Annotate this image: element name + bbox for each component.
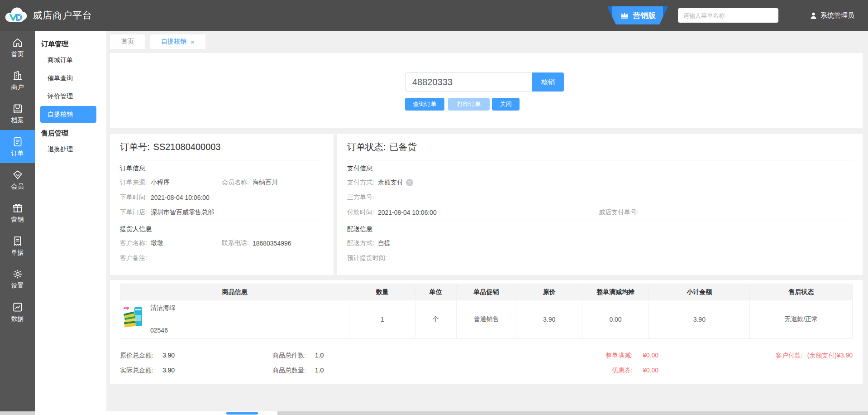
verify-button[interactable]: 核销 <box>532 72 564 92</box>
order-summary: 原价总金额: 3.90 商品总件数: 1.0 整单满减: ¥0.00 客户付款:… <box>120 348 853 378</box>
help-icon[interactable]: ? <box>406 179 413 186</box>
cell-share: 0.00 <box>582 300 649 339</box>
cell-price: 3.90 <box>516 300 582 339</box>
table-row: kep <box>120 300 853 339</box>
submenu-item-pickup-verify[interactable]: 自提核销 <box>40 106 96 123</box>
app-logo-cloud-icon: D <box>4 4 29 28</box>
close-button[interactable]: 关闭 <box>492 98 520 111</box>
gear-icon <box>12 268 24 280</box>
submenu-item-return-exchange[interactable]: 退换处理 <box>35 140 106 158</box>
svg-text:kep: kep <box>124 306 129 310</box>
pickup-section-title: 提货人信息 <box>120 222 324 236</box>
bag-icon <box>12 103 24 115</box>
user-name: 系统管理员 <box>820 11 854 20</box>
order-status-title: 订单状态: 已备货 <box>347 134 853 160</box>
submenu-item-review-mgmt[interactable]: 评价管理 <box>35 87 106 105</box>
sidebar-item-settings[interactable]: 设置 <box>0 262 35 295</box>
verify-code-input[interactable] <box>405 72 532 92</box>
submenu-item-mall-orders[interactable]: 商城订单 <box>35 51 106 69</box>
sidebar-scroll-corner <box>0 411 35 415</box>
diamond-icon <box>12 169 24 181</box>
tab-close-icon[interactable]: × <box>191 38 195 46</box>
chart-icon <box>12 301 24 313</box>
hscrollbar-thumb[interactable] <box>226 412 258 415</box>
icon-sidebar: 首页 商户 档案 订单 会员 营销 <box>0 31 35 415</box>
crown-icon <box>620 10 630 20</box>
submenu-group-order: 订单管理 <box>35 37 106 51</box>
app-title: 威店商户平台 <box>33 0 92 31</box>
delivery-section-title: 配送信息 <box>347 222 853 236</box>
cell-after-sale: 无退款/正常 <box>750 300 853 339</box>
sidebar-item-marketing[interactable]: 营销 <box>0 196 35 229</box>
order-status-panel: 订单状态: 已备货 支付信息 支付方式: 余额支付 ? 三方单号: 付款时间 <box>337 134 863 275</box>
hscrollbar-track-right <box>277 411 868 415</box>
submenu-item-urge-query[interactable]: 催单查询 <box>35 69 106 87</box>
payment-section-title: 支付信息 <box>347 161 853 175</box>
edition-badge-label: 营销版 <box>633 10 656 21</box>
print-order-button[interactable]: 打印订单 <box>448 98 490 111</box>
cell-subtotal: 3.90 <box>649 300 750 339</box>
query-order-button[interactable]: 查询订单 <box>405 98 444 111</box>
cell-promo: 普通销售 <box>456 300 516 339</box>
gift-icon <box>12 202 24 214</box>
tab-bar: 首页 自提核销 × <box>110 34 868 49</box>
edition-badge[interactable]: 营销版 <box>607 6 668 24</box>
cell-unit: 个 <box>415 300 457 339</box>
submenu-panel: 订单管理 商城订单 催单查询 评价管理 自提核销 售后管理 退换处理 <box>35 31 106 415</box>
home-icon <box>12 37 24 48</box>
product-image: kep <box>122 305 146 328</box>
product-code: 02546 <box>150 327 176 334</box>
building-icon <box>12 70 24 82</box>
order-info-panel: 订单号: SS21080400003 订单信息 订单来源: 小程序 会员名称: … <box>110 134 334 275</box>
menu-search-input[interactable] <box>678 8 778 23</box>
topbar: D 威店商户平台 营销版 系统管理员 <box>0 0 868 31</box>
sidebar-item-data[interactable]: 数据 <box>0 295 35 328</box>
product-table: 商品信息 数量 单位 单品促销 原价 整单满减均摊 小计金额 售后状态 <box>120 284 853 339</box>
user-menu[interactable]: 系统管理员 <box>809 0 854 31</box>
tab-pickup-verify[interactable]: 自提核销 × <box>150 34 205 49</box>
product-name: 清洁海绵 <box>150 304 176 312</box>
sidebar-item-members[interactable]: 会员 <box>0 163 35 196</box>
submenu-group-aftersale: 售后管理 <box>35 126 106 140</box>
sidebar-item-orders[interactable]: 订单 <box>0 130 35 163</box>
receipt-icon <box>12 235 24 247</box>
sidebar-item-merchant[interactable]: 商户 <box>0 64 35 97</box>
tab-home[interactable]: 首页 <box>110 34 145 49</box>
table-header-row: 商品信息 数量 单位 单品促销 原价 整单满减均摊 小计金额 售后状态 <box>120 284 853 300</box>
order-icon <box>12 136 24 148</box>
cell-qty: 1 <box>349 300 415 339</box>
verify-panel: 核销 查询订单 打印订单 关闭 <box>110 53 863 128</box>
sidebar-item-receipts[interactable]: 单据 <box>0 229 35 262</box>
sidebar-item-archive[interactable]: 档案 <box>0 97 35 130</box>
main-content: 首页 自提核销 × 核销 查询订单 打印订单 关闭 订单号: SS2108040… <box>106 31 868 415</box>
user-icon <box>809 11 818 20</box>
order-no-title: 订单号: SS21080400003 <box>120 134 324 160</box>
product-panel: 商品信息 数量 单位 单品促销 原价 整单满减均摊 小计金额 售后状态 <box>110 280 863 384</box>
svg-text:D: D <box>16 13 22 22</box>
sidebar-item-home[interactable]: 首页 <box>0 31 35 64</box>
order-info-section-title: 订单信息 <box>120 161 324 175</box>
